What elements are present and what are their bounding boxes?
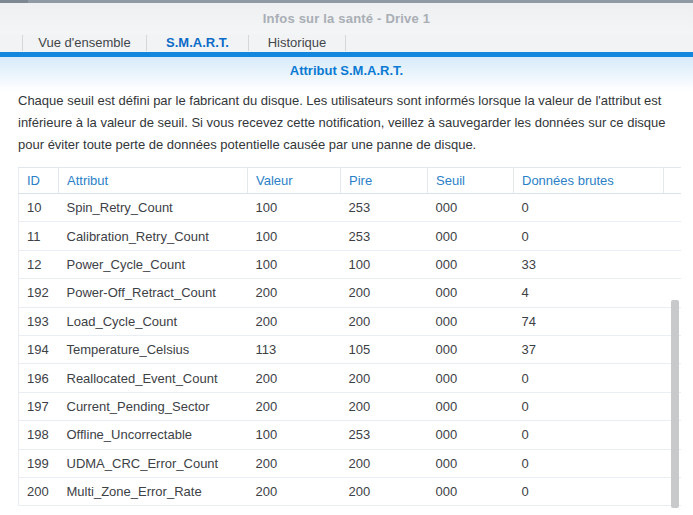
window-title: Infos sur la santé - Drive 1 bbox=[263, 11, 430, 26]
table-row[interactable]: 196 Reallocated_Event_Count 200 200 000 … bbox=[19, 364, 681, 392]
cell-threshold: 000 bbox=[428, 250, 514, 278]
cell-raw-data: 0 bbox=[514, 392, 664, 420]
cell-attribute: Multi_Zone_Error_Rate bbox=[59, 477, 248, 505]
tabbar-spacer bbox=[0, 35, 23, 51]
cell-attribute: Reallocated_Event_Count bbox=[59, 364, 248, 392]
cell-id: 11 bbox=[19, 222, 59, 250]
cell-threshold: 000 bbox=[428, 421, 514, 449]
column-header-value: Valeur bbox=[248, 168, 341, 194]
column-header-spacer bbox=[664, 168, 681, 194]
cell-worst: 105 bbox=[341, 335, 428, 363]
cell-value: 200 bbox=[248, 307, 341, 335]
column-header-worst: Pire bbox=[341, 168, 428, 194]
cell-threshold: 000 bbox=[428, 477, 514, 505]
cell-worst: 100 bbox=[341, 250, 428, 278]
cell-raw-data: 0 bbox=[514, 364, 664, 392]
cell-value: 100 bbox=[248, 250, 341, 278]
cell-id: 198 bbox=[19, 421, 59, 449]
cell-attribute: Spin_Retry_Count bbox=[59, 194, 248, 222]
cell-worst: 200 bbox=[341, 307, 428, 335]
section-header: Attribut S.M.A.R.T. bbox=[0, 57, 693, 91]
cell-raw-data: 0 bbox=[514, 421, 664, 449]
cell-value: 200 bbox=[248, 392, 341, 420]
cell-id: 192 bbox=[19, 279, 59, 307]
cell-attribute: Temperature_Celsius bbox=[59, 335, 248, 363]
cell-attribute: Power_Cycle_Count bbox=[59, 250, 248, 278]
cell-attribute: Offline_Uncorrectable bbox=[59, 421, 248, 449]
cell-attribute: Current_Pending_Sector bbox=[59, 392, 248, 420]
cell-worst: 200 bbox=[341, 392, 428, 420]
table-row[interactable]: 10 Spin_Retry_Count 100 253 000 0 bbox=[19, 194, 681, 222]
cell-worst: 253 bbox=[341, 421, 428, 449]
tab-historique[interactable]: Historique bbox=[249, 35, 346, 51]
tab-smart[interactable]: S.M.A.R.T. bbox=[147, 35, 249, 51]
cell-id: 12 bbox=[19, 250, 59, 278]
cell-value: 100 bbox=[248, 421, 341, 449]
cell-raw-data: 33 bbox=[514, 250, 664, 278]
cell-value: 200 bbox=[248, 279, 341, 307]
cell-value: 200 bbox=[248, 364, 341, 392]
cell-worst: 253 bbox=[341, 194, 428, 222]
description-text: Chaque seuil est défini par le fabricant… bbox=[18, 90, 678, 156]
cell-raw-data: 0 bbox=[514, 449, 664, 477]
cell-id: 10 bbox=[19, 194, 59, 222]
cell-attribute: UDMA_CRC_Error_Count bbox=[59, 449, 248, 477]
cell-raw-data: 0 bbox=[514, 222, 664, 250]
cell-threshold: 000 bbox=[428, 307, 514, 335]
cell-raw-data: 0 bbox=[514, 477, 664, 505]
cell-attribute: Calibration_Retry_Count bbox=[59, 222, 248, 250]
tab-bar: Vue d'ensemble S.M.A.R.T. Historique bbox=[0, 34, 693, 52]
cell-threshold: 000 bbox=[428, 392, 514, 420]
cell-spacer bbox=[664, 194, 681, 222]
column-header-id: ID bbox=[19, 168, 59, 194]
cell-attribute: Power-Off_Retract_Count bbox=[59, 279, 248, 307]
titlebar[interactable]: Infos sur la santé - Drive 1 bbox=[0, 3, 693, 34]
column-header-raw-data: Données brutes bbox=[514, 168, 664, 194]
cell-raw-data: 0 bbox=[514, 194, 664, 222]
cell-id: 200 bbox=[19, 477, 59, 505]
table-row[interactable]: 194 Temperature_Celsius 113 105 000 37 bbox=[19, 335, 681, 363]
cell-threshold: 000 bbox=[428, 364, 514, 392]
cell-threshold: 000 bbox=[428, 279, 514, 307]
cell-id: 199 bbox=[19, 449, 59, 477]
cell-spacer bbox=[664, 250, 681, 278]
table-row[interactable]: 192 Power-Off_Retract_Count 200 200 000 … bbox=[19, 279, 681, 307]
cell-threshold: 000 bbox=[428, 335, 514, 363]
table-row[interactable]: 198 Offline_Uncorrectable 100 253 000 0 bbox=[19, 421, 681, 449]
cell-id: 197 bbox=[19, 392, 59, 420]
cell-threshold: 000 bbox=[428, 222, 514, 250]
column-header-threshold: Seuil bbox=[428, 168, 514, 194]
cell-value: 113 bbox=[248, 335, 341, 363]
cell-worst: 200 bbox=[341, 477, 428, 505]
cell-worst: 200 bbox=[341, 449, 428, 477]
section-title: Attribut S.M.A.R.T. bbox=[0, 57, 693, 78]
cell-threshold: 000 bbox=[428, 449, 514, 477]
table-row[interactable]: 12 Power_Cycle_Count 100 100 000 33 bbox=[19, 250, 681, 278]
table-row[interactable]: 199 UDMA_CRC_Error_Count 200 200 000 0 bbox=[19, 449, 681, 477]
cell-worst: 253 bbox=[341, 222, 428, 250]
cell-id: 196 bbox=[19, 364, 59, 392]
cell-spacer bbox=[664, 222, 681, 250]
cell-value: 200 bbox=[248, 477, 341, 505]
table-header-row: ID Attribut Valeur Pire Seuil Données br… bbox=[19, 168, 681, 194]
cell-attribute: Load_Cycle_Count bbox=[59, 307, 248, 335]
cell-raw-data: 4 bbox=[514, 279, 664, 307]
cell-value: 100 bbox=[248, 222, 341, 250]
cell-threshold: 000 bbox=[428, 194, 514, 222]
table-row[interactable]: 11 Calibration_Retry_Count 100 253 000 0 bbox=[19, 222, 681, 250]
cell-id: 194 bbox=[19, 335, 59, 363]
cell-worst: 200 bbox=[341, 364, 428, 392]
table-row[interactable]: 193 Load_Cycle_Count 200 200 000 74 bbox=[19, 307, 681, 335]
tab-vue-densemble[interactable]: Vue d'ensemble bbox=[23, 35, 147, 51]
table-row[interactable]: 197 Current_Pending_Sector 200 200 000 0 bbox=[19, 392, 681, 420]
scrollbar-thumb[interactable] bbox=[671, 300, 679, 508]
cell-raw-data: 74 bbox=[514, 307, 664, 335]
cell-id: 193 bbox=[19, 307, 59, 335]
cell-worst: 200 bbox=[341, 279, 428, 307]
smart-attributes-table: ID Attribut Valeur Pire Seuil Données br… bbox=[18, 167, 681, 506]
cell-raw-data: 37 bbox=[514, 335, 664, 363]
table-row[interactable]: 200 Multi_Zone_Error_Rate 200 200 000 0 bbox=[19, 477, 681, 505]
cell-value: 200 bbox=[248, 449, 341, 477]
column-header-attribute: Attribut bbox=[59, 168, 248, 194]
cell-value: 100 bbox=[248, 194, 341, 222]
